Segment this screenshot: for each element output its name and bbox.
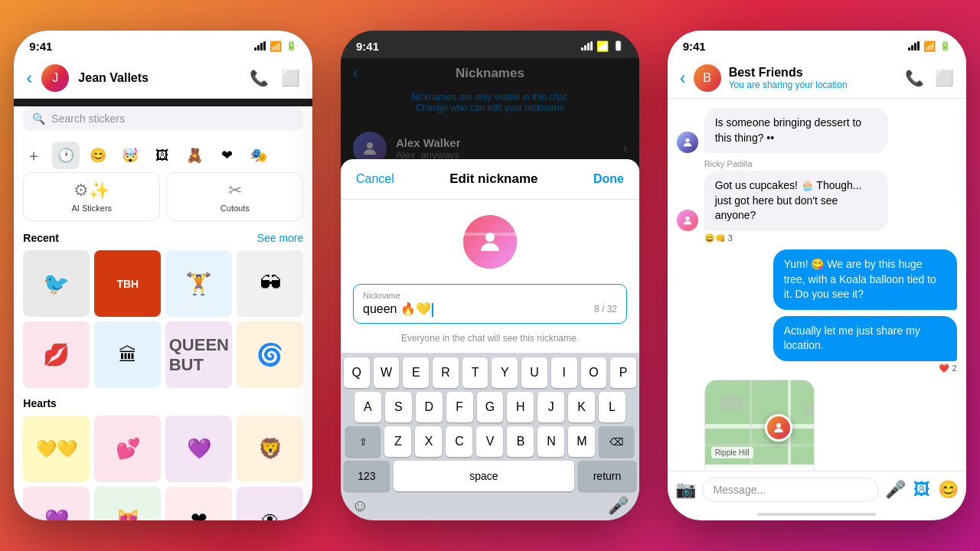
mic-icon[interactable]: 🎤 <box>885 480 906 500</box>
emoji-key[interactable]: ☺ <box>351 496 368 516</box>
key-d[interactable]: D <box>416 392 443 422</box>
key-y[interactable]: Y <box>492 357 518 388</box>
cat-teddy[interactable]: 🧸 <box>181 142 208 169</box>
key-l[interactable]: L <box>599 392 626 422</box>
message-row-4: Actually let me just share my location. <box>677 316 957 361</box>
sticker-item[interactable]: QUEENBUT <box>165 321 232 388</box>
sticker-item[interactable]: 🕶 <box>237 250 303 317</box>
sticker-item[interactable]: 🏛 <box>94 321 161 388</box>
message-input[interactable]: Message... <box>702 478 879 502</box>
see-more-button[interactable]: See more <box>257 232 304 244</box>
sticker-item[interactable]: 👁 <box>237 487 303 520</box>
key-h[interactable]: H <box>507 392 534 422</box>
sticker-item[interactable]: 💋 <box>23 321 90 388</box>
contact-name-3: Best Friends <box>729 66 897 80</box>
nav-bar-1: ‹ J Jean Vallets 📞 ⬜ <box>14 58 312 99</box>
key-t[interactable]: T <box>462 357 488 388</box>
keyboard: Q W E R T Y U I O P A S D F G H J K <box>341 353 639 520</box>
message-group-2: Ricky Padilla Got us cupcakes! 🧁 Though.… <box>677 159 957 243</box>
key-z[interactable]: Z <box>384 426 411 457</box>
home-indicator-2 <box>430 233 550 236</box>
back-button-1[interactable]: ‹ <box>26 67 32 89</box>
key-s[interactable]: S <box>385 392 412 422</box>
key-c[interactable]: C <box>446 426 472 457</box>
sticker-item[interactable]: 😻 <box>94 487 161 520</box>
phone-messages: 9:41 📶 🔋 ‹ B Best Friends You are sharin… <box>668 31 966 520</box>
key-r[interactable]: R <box>433 357 459 388</box>
search-icon: 🔍 <box>32 112 45 125</box>
cat-photo[interactable]: 🖼 <box>149 142 176 169</box>
phone-stickers: 9:41 📶 🔋 ‹ J Jean Vallets 📞 ⬜ 🔍 Search s… <box>14 31 312 520</box>
key-p[interactable]: P <box>610 357 636 388</box>
mic-key[interactable]: 🎤 <box>608 496 629 516</box>
key-v[interactable]: V <box>476 426 503 457</box>
search-placeholder: Search stickers <box>51 112 125 125</box>
sticker-item[interactable]: 🐦 <box>23 250 90 317</box>
video-icon-1[interactable]: ⬜ <box>281 69 300 87</box>
cutouts-label: Cutouts <box>220 204 250 213</box>
key-return[interactable]: return <box>578 461 636 491</box>
sticker-search-bar[interactable]: 🔍 Search stickers <box>23 106 303 131</box>
key-e[interactable]: E <box>403 357 429 388</box>
sticker-item[interactable]: 💕 <box>94 416 161 482</box>
cat-emoji[interactable]: 😊 <box>84 142 112 169</box>
cat-plus[interactable]: ＋ <box>20 142 47 169</box>
message-input-bar: 📷 Message... 🎤 🖼 😊 <box>668 471 966 508</box>
video-icon-3[interactable]: ⬜ <box>935 69 954 87</box>
message-bubble-3: Yum! 😋 We are by this huge tree, with a … <box>773 249 957 310</box>
cancel-button[interactable]: Cancel <box>356 172 394 186</box>
avatar-msg-2 <box>677 210 698 231</box>
key-a[interactable]: A <box>354 392 381 422</box>
key-q[interactable]: Q <box>344 357 370 388</box>
nickname-input-container[interactable]: Nickname queen 🔥💛 8 / 32 <box>353 284 627 324</box>
key-i[interactable]: I <box>551 357 577 388</box>
keyboard-row-1: Q W E R T Y U I O P <box>344 357 636 388</box>
cat-animated[interactable]: 🤯 <box>116 142 144 169</box>
key-w[interactable]: W <box>374 357 400 388</box>
map-pin <box>765 414 792 442</box>
key-shift[interactable]: ⇧ <box>345 426 381 457</box>
key-b[interactable]: B <box>507 426 534 457</box>
key-o[interactable]: O <box>581 357 607 388</box>
sticker-item[interactable]: 🦁 <box>237 416 303 482</box>
key-backspace[interactable]: ⌫ <box>599 426 634 457</box>
call-icon-1[interactable]: 📞 <box>250 69 269 87</box>
key-k[interactable]: K <box>568 392 595 422</box>
hearts-section: Hearts 💛💛 💕 💜 🦁 💜 😻 ❤ 👁 <box>14 393 312 520</box>
sticker-item[interactable]: ❤ <box>165 487 232 520</box>
cat-recent[interactable]: 🕐 <box>52 142 80 169</box>
key-x[interactable]: X <box>415 426 442 457</box>
sticker-item[interactable]: 💜 <box>23 487 90 520</box>
key-u[interactable]: U <box>521 357 547 388</box>
cat-art[interactable]: 🎭 <box>245 142 273 169</box>
done-button[interactable]: Done <box>593 172 624 186</box>
key-f[interactable]: F <box>446 392 473 422</box>
message-group-4: Actually let me just share my location. … <box>677 316 957 373</box>
signal-icon-3 <box>908 41 920 51</box>
key-g[interactable]: G <box>477 392 504 422</box>
key-j[interactable]: J <box>537 392 564 422</box>
sticker-item[interactable]: 🌀 <box>237 321 303 388</box>
recent-sticker-grid: 🐦 TBH 🏋 🕶 💋 🏛 QUEENBUT 🌀 <box>23 250 303 388</box>
nav-actions-1: 📞 ⬜ <box>250 69 300 87</box>
contact-info: Best Friends You are sharing your locati… <box>729 66 897 90</box>
sticker-categories: ＋ 🕐 😊 🤯 🖼 🧸 ❤ 🎭 <box>14 139 312 172</box>
back-button-3[interactable]: ‹ <box>680 67 686 89</box>
sticker-item[interactable]: TBH <box>94 250 161 317</box>
ai-stickers-item[interactable]: ⚙✨ AI Stickers <box>23 172 160 221</box>
camera-icon[interactable]: 📷 <box>675 480 696 500</box>
key-m[interactable]: M <box>568 426 595 457</box>
call-icon-3[interactable]: 📞 <box>905 69 924 87</box>
gallery-icon[interactable]: 🖼 <box>913 480 930 500</box>
sticker-item[interactable]: 💛💛 <box>23 416 90 482</box>
sticker-item[interactable]: 🏋 <box>165 250 232 317</box>
status-time-2: 9:41 <box>356 40 379 53</box>
sticker-item[interactable]: 💜 <box>165 416 232 482</box>
key-numbers[interactable]: 123 <box>344 461 390 491</box>
key-space[interactable]: space <box>394 461 574 491</box>
signal-icon-2 <box>581 41 593 51</box>
cutouts-item[interactable]: ✂ Cutouts <box>166 172 303 221</box>
sticker-icon[interactable]: 😊 <box>938 480 959 500</box>
key-n[interactable]: N <box>537 426 564 457</box>
cat-heart[interactable]: ❤ <box>213 142 240 169</box>
